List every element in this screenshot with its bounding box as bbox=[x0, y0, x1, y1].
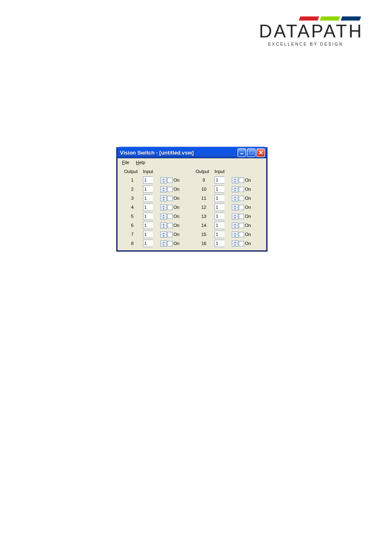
input-spinner bbox=[143, 176, 160, 184]
on-checkbox[interactable] bbox=[167, 223, 173, 228]
spin-down-icon[interactable]: ▼ bbox=[232, 217, 238, 219]
on-checkbox[interactable] bbox=[239, 178, 244, 183]
spin-down-icon[interactable]: ▼ bbox=[161, 244, 166, 246]
spin-buttons: ▲▼ bbox=[232, 186, 238, 192]
input-value[interactable] bbox=[143, 185, 153, 193]
on-checkbox[interactable] bbox=[167, 232, 173, 237]
on-checkbox[interactable] bbox=[239, 232, 244, 237]
logo-stripe-green bbox=[320, 16, 340, 21]
on-checkbox[interactable] bbox=[167, 205, 173, 210]
client-area: Output Input 1 ▲ ▼ On 2 ▲▼ On 3 ▲▼ On bbox=[118, 166, 266, 250]
menu-help[interactable]: Help bbox=[133, 159, 148, 166]
app-window: Vision Switch - [untitled.vsw] File Help bbox=[116, 147, 267, 252]
spin-down-icon[interactable]: ▼ bbox=[161, 235, 166, 237]
input-value[interactable] bbox=[143, 176, 153, 184]
on-checkbox[interactable] bbox=[239, 196, 244, 201]
input-value[interactable] bbox=[214, 194, 224, 202]
on-checkbox[interactable] bbox=[167, 241, 173, 246]
close-button[interactable] bbox=[256, 148, 265, 157]
spin-up-icon[interactable]: ▲ bbox=[161, 223, 166, 226]
spin-down-icon[interactable]: ▼ bbox=[161, 226, 166, 228]
maximize-button[interactable] bbox=[247, 148, 256, 157]
input-value[interactable] bbox=[214, 213, 224, 220]
spin-up-icon[interactable]: ▲ bbox=[161, 241, 166, 244]
on-label: On bbox=[173, 205, 184, 210]
input-spinner bbox=[143, 240, 160, 247]
spin-down-icon[interactable]: ▼ bbox=[161, 190, 166, 192]
spin-up-icon[interactable]: ▲ bbox=[161, 232, 166, 235]
spin-down-icon[interactable]: ▼ bbox=[232, 226, 238, 228]
input-spinner bbox=[143, 204, 160, 211]
output-label: 13 bbox=[193, 214, 214, 219]
input-value[interactable] bbox=[143, 194, 153, 202]
on-checkbox[interactable] bbox=[239, 214, 244, 219]
input-value[interactable] bbox=[214, 204, 224, 211]
on-checkbox[interactable] bbox=[167, 214, 173, 219]
spin-up-icon[interactable]: ▲ bbox=[161, 196, 166, 199]
input-value[interactable] bbox=[143, 231, 153, 238]
header-output: Output bbox=[122, 169, 143, 175]
spin-up-icon[interactable]: ▲ bbox=[232, 223, 238, 226]
input-spinner bbox=[214, 194, 232, 202]
input-spinner bbox=[143, 222, 160, 229]
spin-up-icon[interactable]: ▲ bbox=[161, 178, 166, 180]
spin-up-icon[interactable]: ▲ bbox=[232, 187, 238, 190]
input-value[interactable] bbox=[214, 185, 224, 193]
spin-up-icon[interactable]: ▲ bbox=[232, 214, 238, 217]
menu-file[interactable]: File bbox=[119, 159, 132, 166]
input-value[interactable] bbox=[214, 176, 224, 184]
on-label: On bbox=[244, 187, 256, 192]
output-label: 5 bbox=[122, 214, 143, 219]
output-label: 15 bbox=[193, 232, 214, 237]
on-label: On bbox=[244, 196, 256, 201]
input-spinner bbox=[214, 231, 232, 238]
on-checkbox[interactable] bbox=[239, 205, 244, 210]
input-value[interactable] bbox=[143, 213, 153, 220]
spin-up-icon[interactable]: ▲ bbox=[232, 232, 238, 235]
input-value[interactable] bbox=[143, 240, 153, 247]
spin-up-icon[interactable]: ▲ bbox=[232, 241, 238, 244]
on-checkbox[interactable] bbox=[167, 196, 173, 201]
logo-stripe-blue bbox=[341, 16, 361, 21]
column-left: Output Input 1 ▲ ▼ On 2 ▲▼ On 3 ▲▼ On bbox=[122, 169, 184, 247]
input-value[interactable] bbox=[214, 231, 224, 238]
spin-down-icon[interactable]: ▼ bbox=[232, 208, 238, 210]
spin-down-icon[interactable]: ▼ bbox=[232, 190, 238, 192]
spin-up-icon[interactable]: ▲ bbox=[161, 205, 166, 208]
on-checkbox[interactable] bbox=[167, 178, 173, 183]
spin-down-icon[interactable]: ▼ bbox=[232, 235, 238, 237]
input-spinner bbox=[214, 213, 232, 220]
input-value[interactable] bbox=[214, 222, 224, 229]
minimize-button[interactable] bbox=[238, 148, 246, 157]
input-value[interactable] bbox=[143, 204, 153, 211]
spin-down-icon[interactable]: ▼ bbox=[161, 180, 166, 183]
on-checkbox[interactable] bbox=[239, 187, 244, 192]
on-checkbox[interactable] bbox=[167, 187, 173, 192]
on-checkbox[interactable] bbox=[239, 241, 244, 246]
spin-up-icon[interactable]: ▲ bbox=[232, 205, 238, 208]
input-value[interactable] bbox=[143, 222, 153, 229]
spin-down-icon[interactable]: ▼ bbox=[232, 244, 238, 246]
on-label: On bbox=[173, 232, 184, 237]
output-label: 3 bbox=[122, 196, 143, 201]
spin-down-icon[interactable]: ▼ bbox=[232, 180, 238, 183]
on-label: On bbox=[173, 223, 184, 228]
spin-up-icon[interactable]: ▲ bbox=[161, 214, 166, 217]
output-label: 2 bbox=[122, 187, 143, 192]
svg-rect-1 bbox=[250, 151, 253, 154]
spin-up-icon[interactable]: ▲ bbox=[161, 187, 166, 190]
input-value[interactable] bbox=[214, 240, 224, 247]
spin-up-icon[interactable]: ▲ bbox=[232, 196, 238, 199]
spin-up-icon[interactable]: ▲ bbox=[232, 178, 238, 180]
spin-down-icon[interactable]: ▼ bbox=[161, 217, 166, 219]
titlebar[interactable]: Vision Switch - [untitled.vsw] bbox=[117, 147, 267, 158]
on-checkbox[interactable] bbox=[239, 223, 244, 228]
spin-down-icon[interactable]: ▼ bbox=[232, 199, 238, 201]
spin-down-icon[interactable]: ▼ bbox=[161, 208, 166, 210]
minimize-icon bbox=[240, 150, 244, 155]
svg-rect-0 bbox=[240, 153, 243, 154]
on-label: On bbox=[244, 232, 256, 237]
on-label: On bbox=[244, 223, 256, 228]
spin-down-icon[interactable]: ▼ bbox=[161, 199, 166, 201]
spin-buttons: ▲▼ bbox=[232, 222, 238, 229]
